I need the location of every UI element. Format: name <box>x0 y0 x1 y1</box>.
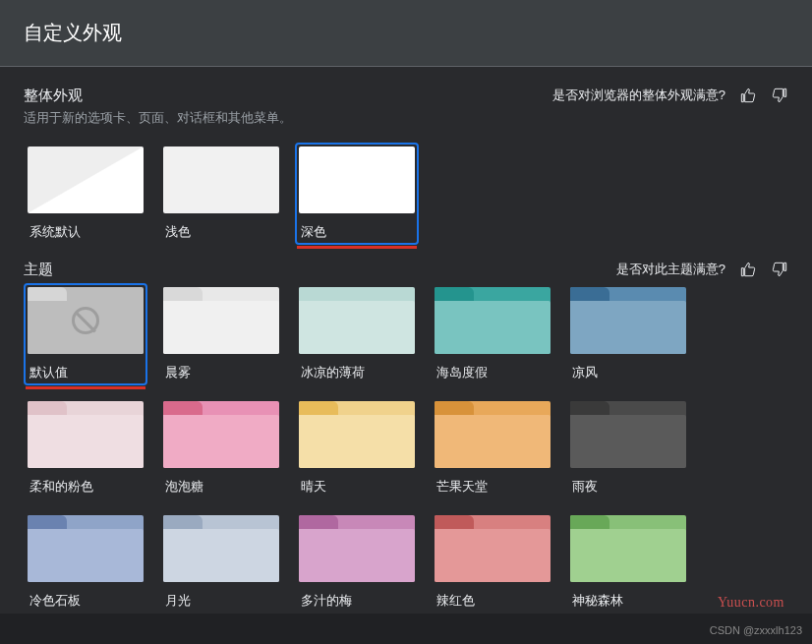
theme-swatch <box>570 515 686 582</box>
appearance-card-dark[interactable]: 深色 <box>295 143 419 245</box>
themes-grid: 默认值晨雾冰凉的薄荷海岛度假凉风柔和的粉色泡泡糖晴天芒果天堂雨夜冷色石板月光多汁… <box>24 283 788 614</box>
theme-swatch <box>435 401 551 468</box>
credit: CSDN @zxxxlh123 <box>710 624 802 636</box>
themes-feedback-text: 是否对此主题满意? <box>616 261 725 278</box>
thumbs-up-icon[interactable] <box>739 87 757 104</box>
theme-swatch <box>435 515 551 582</box>
themes-title: 主题 <box>24 261 53 279</box>
theme-label: 神秘森林 <box>570 592 686 610</box>
thumbs-down-icon[interactable] <box>771 261 788 278</box>
themes-feedback: 是否对此主题满意? <box>616 261 788 278</box>
theme-swatch <box>163 287 279 354</box>
theme-card[interactable]: 柔和的粉色 <box>24 397 147 499</box>
theme-card[interactable]: 芒果天堂 <box>431 397 554 499</box>
theme-swatch <box>299 401 415 468</box>
theme-label: 辣红色 <box>435 592 551 610</box>
theme-label: 冷色石板 <box>28 592 144 610</box>
swatch-dark <box>299 146 415 213</box>
theme-label: 凉风 <box>570 364 686 381</box>
theme-card[interactable]: 默认值 <box>24 283 147 385</box>
appearance-card-light[interactable]: 浅色 <box>159 143 283 245</box>
theme-label: 海岛度假 <box>435 364 551 381</box>
theme-card[interactable]: 辣红色 <box>431 511 554 614</box>
appearance-feedback-text: 是否对浏览器的整体外观满意? <box>552 87 725 104</box>
swatch-system-default <box>28 146 144 213</box>
theme-swatch <box>299 287 415 354</box>
theme-swatch <box>28 401 144 468</box>
thumbs-down-icon[interactable] <box>771 87 788 104</box>
theme-label: 月光 <box>163 592 279 610</box>
theme-label: 多汁的梅 <box>299 592 415 610</box>
theme-swatch <box>570 287 686 354</box>
theme-label: 晴天 <box>299 478 415 496</box>
section-appearance: 整体外观 是否对浏览器的整体外观满意? 适用于新的选项卡、页面、对话框和其他菜单… <box>24 87 788 245</box>
no-symbol-icon <box>72 307 99 334</box>
theme-swatch <box>163 401 279 468</box>
swatch-light <box>163 146 279 213</box>
theme-swatch <box>163 515 279 582</box>
appearance-subtitle: 适用于新的选项卡、页面、对话框和其他菜单。 <box>24 109 788 127</box>
page-title: 自定义外观 <box>24 20 788 46</box>
theme-label: 芒果天堂 <box>435 478 551 496</box>
theme-card[interactable]: 冰凉的薄荷 <box>295 283 419 385</box>
appearance-grid: 系统默认 浅色 深色 <box>24 143 788 245</box>
appearance-feedback: 是否对浏览器的整体外观满意? <box>552 87 788 104</box>
theme-card[interactable]: 冷色石板 <box>24 511 147 614</box>
theme-label: 泡泡糖 <box>163 478 279 496</box>
appearance-label: 深色 <box>299 223 415 241</box>
theme-swatch <box>28 515 144 582</box>
theme-swatch <box>435 287 551 354</box>
theme-card[interactable]: 神秘森林 <box>566 511 690 614</box>
theme-card[interactable]: 凉风 <box>566 283 690 385</box>
theme-label: 雨夜 <box>570 478 686 496</box>
appearance-card-system-default[interactable]: 系统默认 <box>24 143 147 245</box>
theme-card[interactable]: 泡泡糖 <box>159 397 283 499</box>
theme-label: 冰凉的薄荷 <box>299 364 415 381</box>
theme-swatch <box>299 515 415 582</box>
theme-label: 晨雾 <box>163 364 279 381</box>
theme-card[interactable]: 海岛度假 <box>431 283 554 385</box>
appearance-title: 整体外观 <box>24 87 83 105</box>
section-themes: 主题 是否对此主题满意? 默认值晨雾冰凉的薄荷海岛度假凉风柔和的粉色泡泡糖晴天芒… <box>24 261 788 614</box>
theme-label: 默认值 <box>28 364 144 381</box>
theme-card[interactable]: 多汁的梅 <box>295 511 419 614</box>
thumbs-up-icon[interactable] <box>739 261 757 278</box>
theme-swatch <box>28 287 144 354</box>
theme-swatch <box>570 401 686 468</box>
theme-card[interactable]: 晴天 <box>295 397 419 499</box>
appearance-label: 浅色 <box>163 223 279 241</box>
appearance-label: 系统默认 <box>28 223 144 241</box>
theme-card[interactable]: 晨雾 <box>159 283 283 385</box>
page-header: 自定义外观 <box>0 0 812 67</box>
theme-card[interactable]: 月光 <box>159 511 283 614</box>
theme-card[interactable]: 雨夜 <box>566 397 690 499</box>
theme-label: 柔和的粉色 <box>28 478 144 496</box>
